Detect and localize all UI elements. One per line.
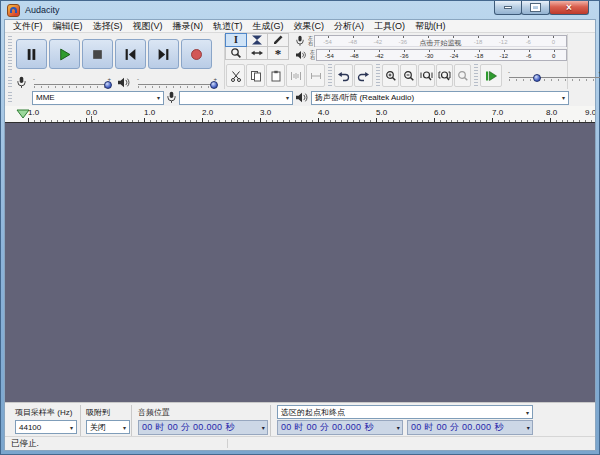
playback-meter-scale[interactable]: -54 -48 -42 -36 -30 -24 -18 -12 -6 0 — [316, 49, 567, 61]
paste-button[interactable] — [266, 64, 285, 87]
audio-position-label: 音频位置 — [138, 407, 170, 418]
minimize-button[interactable] — [494, 1, 522, 15]
recording-meter[interactable]: 左 右 -54 -48 -42 -36 -30 -24 -18 -12 -6 0 — [293, 34, 567, 47]
speaker-icon — [296, 50, 306, 60]
close-button[interactable]: × — [549, 1, 589, 15]
toolbar-dock: - + - + I — [5, 33, 595, 106]
pause-button[interactable] — [16, 39, 47, 69]
menu-tools[interactable]: 工具(O) — [369, 20, 410, 33]
meter-channel-labels: 左 右 — [308, 36, 313, 46]
copy-button[interactable] — [246, 64, 265, 87]
fit-selection-button[interactable] — [418, 64, 435, 87]
playback-device-select[interactable]: 扬声器/听筒 (Realtek Audio) ▾ — [311, 91, 569, 105]
slider-min-label: - — [33, 76, 35, 82]
menu-transport[interactable]: 播录(N) — [168, 20, 209, 33]
play-at-speed-icon — [485, 70, 498, 82]
zoom-out-button[interactable] — [400, 64, 417, 87]
toolbar-grip[interactable] — [8, 36, 12, 72]
toolbar-grip[interactable] — [8, 92, 12, 103]
recording-device-select[interactable]: ▾ — [179, 91, 293, 105]
trim-audio-icon — [290, 70, 302, 82]
status-text: 已停止. — [11, 438, 39, 450]
playback-meter[interactable]: 左 右 -54 -48 -42 -36 -30 -24 -18 -12 -6 0 — [293, 48, 567, 61]
toolbar-grip[interactable] — [474, 64, 478, 87]
menu-view[interactable]: 视图(V) — [128, 20, 168, 33]
selection-start-display[interactable]: 00 时 00 分 00.000 秒 ▾ — [277, 420, 403, 435]
audacity-window: Audacity × 文件(F) 编辑(E) 选择(S) 视图(V) 播录(N)… — [0, 0, 600, 455]
maximize-button[interactable] — [521, 1, 550, 15]
recording-volume-thumb[interactable] — [104, 81, 112, 89]
monitor-hint[interactable]: 点击开始监视 — [315, 38, 566, 48]
skip-to-start-icon — [124, 48, 137, 61]
envelope-tool-button[interactable] — [246, 33, 268, 47]
window-title: Audacity — [25, 5, 60, 15]
redo-button[interactable] — [354, 64, 373, 87]
project-rate-value: 44100 — [19, 423, 41, 432]
play-at-speed-button[interactable] — [480, 64, 502, 87]
recording-meter-scale[interactable]: -54 -48 -42 -36 -30 -24 -18 -12 -6 0 点击开… — [314, 35, 567, 47]
trim-outside-selection-button[interactable] — [286, 64, 305, 87]
recording-volume-slider[interactable]: - + — [31, 76, 113, 89]
envelope-icon — [251, 34, 263, 46]
menu-file[interactable]: 文件(F) — [8, 20, 48, 33]
tools-toolbar: I * — [226, 34, 289, 60]
toolbar-grip[interactable] — [8, 77, 12, 88]
selection-range-mode-select[interactable]: 选区的起点和终点 ▾ — [277, 405, 533, 419]
zoom-out-icon — [403, 70, 415, 82]
menu-generate[interactable]: 生成(G) — [248, 20, 289, 33]
ruler-label: 5.0 — [376, 108, 387, 117]
transport-toolbar — [6, 34, 212, 74]
minimize-icon — [504, 6, 512, 9]
magnifier-icon — [230, 47, 242, 59]
skip-to-end-button[interactable] — [148, 39, 179, 69]
play-speed-slider[interactable]: - + — [506, 69, 600, 83]
ruler-label: 2.0 — [202, 108, 213, 117]
fit-project-icon — [438, 70, 451, 82]
asterisk-icon: * — [275, 50, 282, 57]
playback-volume-slider[interactable]: - + — [135, 76, 219, 89]
cut-button[interactable] — [226, 64, 245, 87]
toolbar-grip[interactable] — [376, 64, 380, 87]
zoom-in-button[interactable] — [382, 64, 399, 87]
timeline-ruler[interactable]: 1.0 0.0 1.0 2.0 3.0 4.0 5.0 6.0 7.0 8.0 … — [5, 106, 595, 123]
menu-effect[interactable]: 效果(C) — [289, 20, 330, 33]
menu-analyze[interactable]: 分析(A) — [329, 20, 369, 33]
mixer-toolbar: - + - + — [6, 75, 221, 90]
track-area[interactable] — [5, 123, 595, 402]
undo-button[interactable] — [334, 64, 353, 87]
fit-project-button[interactable] — [436, 64, 453, 87]
selection-end-display[interactable]: 00 时 00 分 00.000 秒 ▾ — [407, 420, 533, 435]
snap-to-label: 吸附到 — [86, 407, 110, 418]
menu-edit[interactable]: 编辑(E) — [48, 20, 88, 33]
stop-button[interactable] — [82, 39, 113, 69]
time-shift-tool-button[interactable] — [246, 46, 268, 60]
zoom-in-icon — [385, 70, 397, 82]
menu-help[interactable]: 帮助(H) — [410, 20, 451, 33]
microphone-icon — [296, 35, 304, 47]
record-icon — [190, 48, 203, 61]
snap-to-select[interactable]: 关闭 ▾ — [86, 420, 130, 434]
menu-select[interactable]: 选择(S) — [88, 20, 128, 33]
audio-host-select[interactable]: MME ▾ — [32, 91, 164, 105]
menu-tracks[interactable]: 轨道(T) — [208, 20, 248, 33]
record-button[interactable] — [181, 39, 212, 69]
audio-position-display[interactable]: 00 时 00 分 00.000 秒 ▾ — [138, 420, 268, 435]
zoom-toggle-button[interactable] — [454, 64, 471, 87]
ruler-label: 4.0 — [318, 108, 329, 117]
play-button[interactable] — [49, 39, 80, 69]
skip-to-start-button[interactable] — [115, 39, 146, 69]
selection-range-mode-value: 选区的起点和终点 — [281, 407, 345, 418]
project-rate-select[interactable]: 44100 ▾ — [15, 420, 77, 434]
selection-tool-button[interactable]: I — [225, 33, 247, 47]
multi-tool-button[interactable]: * — [267, 46, 289, 60]
clipboard-icon — [270, 70, 282, 82]
playback-volume-thumb[interactable] — [210, 81, 218, 89]
draw-tool-button[interactable] — [267, 33, 289, 47]
chevron-down-icon: ▾ — [260, 424, 267, 431]
audio-host-value: MME — [36, 93, 55, 102]
chevron-down-icon: ▾ — [283, 94, 292, 101]
silence-selection-button[interactable] — [306, 64, 325, 87]
toolbar-grip[interactable] — [328, 64, 332, 87]
play-speed-thumb[interactable] — [533, 74, 541, 82]
zoom-tool-button[interactable] — [225, 46, 247, 60]
